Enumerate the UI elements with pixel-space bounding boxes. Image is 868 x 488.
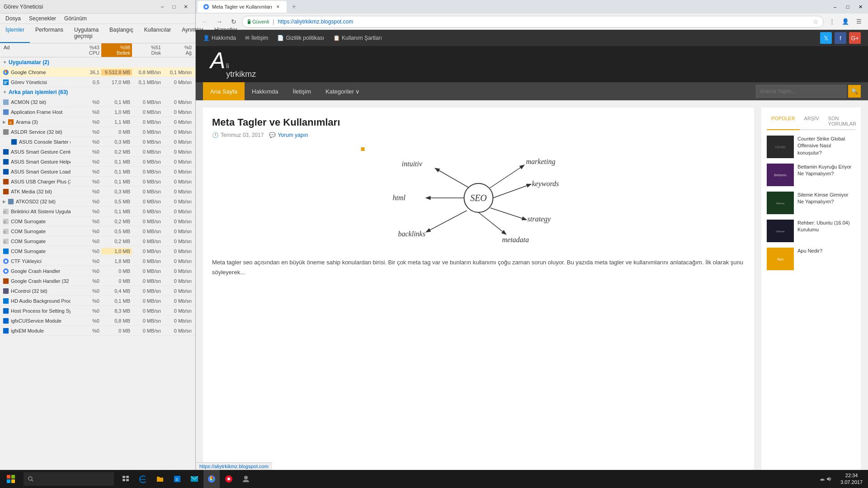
taskbar-multitask-btn[interactable] [118, 470, 134, 488]
twitter-btn[interactable]: 𝕏 [820, 32, 832, 44]
topbar-iletisim[interactable]: ✉ İletişim [245, 35, 268, 41]
igfxhk-icon [3, 328, 9, 334]
tab-services[interactable]: Hizmetler [209, 24, 243, 43]
background-section-header[interactable]: ▼ Arka plan işlemleri (63) [0, 87, 195, 97]
tab-close-btn[interactable]: ✕ [275, 4, 281, 10]
tm-minimize-btn[interactable]: – [156, 1, 168, 13]
browser-tab-active[interactable]: Meta Tagler ve Kullanımları ✕ [198, 1, 287, 13]
table-row[interactable]: ASLDR Service (32 bit) %0 0 MB 0 MB/sn 0… [0, 127, 195, 137]
taskbar-edge-btn[interactable] [135, 470, 151, 488]
tab-users[interactable]: Kullanıcılar [139, 24, 176, 43]
taskbar-store-btn[interactable]: S [169, 470, 185, 488]
taskbar-chrome-btn[interactable] [203, 470, 220, 488]
taskbar-explorer-btn[interactable] [152, 470, 168, 488]
bookmark-star[interactable]: ☆ [813, 18, 819, 25]
table-row[interactable]: ▶ ATKOSD2 (32 bit) %0 0,5 MB 0 MB/sn 0 M… [0, 197, 195, 206]
googleplus-btn[interactable]: G+ [849, 32, 861, 44]
table-row[interactable]: igfxEM Module %0 0 MB 0 MB/sn 0 Mb/sn [0, 326, 195, 336]
new-tab-btn[interactable]: + [288, 1, 300, 13]
sidebar-tab-comments[interactable]: SON YORUMLAR [824, 113, 861, 130]
table-row[interactable]: Google Crash Handler %0 0 MB 0 MB/sn 0 M… [0, 266, 195, 276]
topbar-gizlilik[interactable]: 📄 Gizlilik politikası [277, 35, 324, 41]
menu-btn[interactable]: ☰ [853, 15, 865, 28]
table-row[interactable]: C Biriktirici Alt Sistemi Uygulaması %0 … [0, 206, 195, 216]
table-row[interactable]: ASUS Smart Gesture Loader %0 0,1 MB 0 MB… [0, 167, 195, 177]
browser-maximize-btn[interactable]: □ [842, 1, 854, 13]
process-name: C COM Surrogate [2, 228, 71, 235]
taskbar-people-btn[interactable] [238, 470, 254, 488]
table-row[interactable]: igfxCUIService Module %0 0,8 MB 0 MB/sn … [0, 316, 195, 326]
post-title[interactable]: Counter Strike Global Offensive Nasıl ko… [797, 136, 855, 156]
ctf-icon [3, 248, 9, 254]
tab-processes[interactable]: İşlemler [0, 24, 30, 43]
facebook-btn[interactable]: f [835, 32, 846, 44]
table-row[interactable]: COM Surrogate %0 1,0 MB 0 MB/sn 0 Mb/sn [0, 246, 195, 256]
tm-menu-view[interactable]: Görünüm [61, 14, 90, 23]
post-title[interactable]: Rehber: Ubuntu (16.04) Kurulumu [797, 220, 855, 234]
tm-menu-options[interactable]: Seçenekler [25, 14, 60, 23]
extensions-btn[interactable]: ⋮ [826, 15, 838, 28]
browser-close-btn[interactable]: ✕ [854, 1, 866, 13]
process-name: Görev Yöneticisi [2, 79, 71, 86]
profile-btn[interactable]: 👤 [839, 15, 852, 28]
address-bar[interactable]: Güvenli | https://aliytrkikmz.blogspot.c… [242, 16, 824, 28]
svg-rect-14 [3, 169, 9, 174]
sidebar-tab-archive[interactable]: ARŞİV [800, 113, 824, 130]
table-row[interactable]: C COM Surrogate %0 0,5 MB 0 MB/sn 0 Mb/s… [0, 226, 195, 236]
table-row[interactable]: Google Crash Handler (32 bit) %0 0 MB 0 … [0, 276, 195, 286]
site-search-btn[interactable]: 🔍 [848, 85, 861, 98]
table-row[interactable]: Google Chrome 36,1 9.532,8 MB 0,8 MB/sn … [0, 67, 195, 77]
table-row[interactable]: ▶ A Arama (3) %0 1,1 MB 0 MB/sn 0 Mb/sn [0, 117, 195, 127]
tab-startup[interactable]: Başlangıç [104, 24, 139, 43]
tm-menu-file[interactable]: Dosya [2, 14, 24, 23]
process-name: HD Audio Background Process [2, 297, 71, 305]
nav-anasayfa[interactable]: Ana Sayfa [203, 82, 245, 100]
table-row[interactable]: ASUS Console Starter (32 bit) %0 0,3 MB … [0, 137, 195, 147]
sidebar-tab-popular[interactable]: POPÜLER [767, 113, 800, 130]
tm-menubar: Dosya Seçenekler Görünüm [0, 14, 195, 24]
tm-maximize-btn[interactable]: □ [168, 1, 180, 13]
start-button[interactable] [0, 470, 22, 488]
post-title[interactable]: Bettamin Kuyruğu Eriyor Ne Yapmalıyım? [797, 164, 855, 178]
table-row[interactable]: Görev Yöneticisi 0,5 17,0 MB 0,1 MB/sn 0… [0, 77, 195, 87]
tab-details[interactable]: Ayrıntılar [176, 24, 209, 43]
tm-process-list[interactable]: ▼ Uygulamalar (2) Google Chrome 36,1 9.5… [0, 57, 195, 474]
nav-kategoriler[interactable]: Kategoriler ∨ [318, 82, 367, 100]
table-row[interactable]: HControl (32 bit) %0 0,4 MB 0 MB/sn 0 Mb… [0, 286, 195, 296]
thumb-img: Bettamin [767, 164, 794, 186]
browser-minimize-btn[interactable]: – [829, 1, 841, 13]
table-row[interactable]: ASUS Smart Gesture Helper %0 0,1 MB 0 MB… [0, 157, 195, 167]
table-row[interactable]: C COM Surrogate %0 0,2 MB 0 MB/sn 0 Mb/s… [0, 236, 195, 246]
site-logo[interactable]: A li ytrkikmz [210, 49, 256, 79]
post-title[interactable]: Apu Nedir? [797, 248, 822, 254]
taskbar-mail-btn[interactable] [186, 470, 203, 488]
table-row[interactable]: ATK Media (32 bit) %0 0,3 MB 0 MB/sn 0 M… [0, 187, 195, 197]
tm-close-btn[interactable]: ✕ [180, 1, 192, 13]
table-row[interactable]: ASUS USB Charger Plus (32 bit) %0 0,1 MB… [0, 177, 195, 187]
tab-performance[interactable]: Performans [30, 24, 69, 43]
nav-hakkimda[interactable]: Hakkımda [245, 82, 286, 100]
taskbar-search-box[interactable] [24, 472, 114, 486]
table-row[interactable]: CTF Yükleyici %0 1,8 MB 0 MB/sn 0 Mb/sn [0, 256, 195, 266]
col-name-label[interactable]: Ad [2, 43, 71, 57]
table-row[interactable]: HD Audio Background Process %0 0,1 MB 0 … [0, 296, 195, 306]
tab-app-history[interactable]: Uygulama geçmişi [69, 24, 104, 43]
process-name-label: ASUS Smart Gesture Loader [11, 169, 71, 174]
site-search-input[interactable] [756, 85, 846, 98]
table-row[interactable]: Host Process for Setting Synchr... %0 8,… [0, 306, 195, 316]
taskmanager-icon [3, 79, 9, 85]
taskbar-groove-btn[interactable] [221, 470, 237, 488]
topbar-kullanim[interactable]: 📋 Kullanım Şartları [333, 35, 382, 41]
table-row[interactable]: Application Frame Host %0 1,0 MB 0 MB/sn… [0, 107, 195, 117]
table-row[interactable]: ASUS Smart Gesture Center %0 0,2 MB 0 MB… [0, 147, 195, 157]
process-name: CTF Yükleyici [2, 258, 71, 265]
svg-rect-12 [3, 149, 9, 154]
post-title[interactable]: Siteme Kimse Girmiyor Ne Yapmalıyım? [797, 192, 855, 206]
table-row[interactable]: ACMON (32 bit) %0 0,1 MB 0 MB/sn 0 Mb/sn [0, 97, 195, 107]
nav-iletisim[interactable]: İletişim [286, 82, 318, 100]
apps-section-header[interactable]: ▼ Uygulamalar (2) [0, 57, 195, 67]
clock-display[interactable]: 22:34 3.07.2017 [835, 472, 868, 486]
table-row[interactable]: C COM Surrogate %0 0,2 MB 0 MB/sn 0 Mb/s… [0, 216, 195, 226]
article-comment-link[interactable]: 💬 Yorum yapın [269, 132, 308, 138]
svg-rect-76 [123, 479, 125, 481]
